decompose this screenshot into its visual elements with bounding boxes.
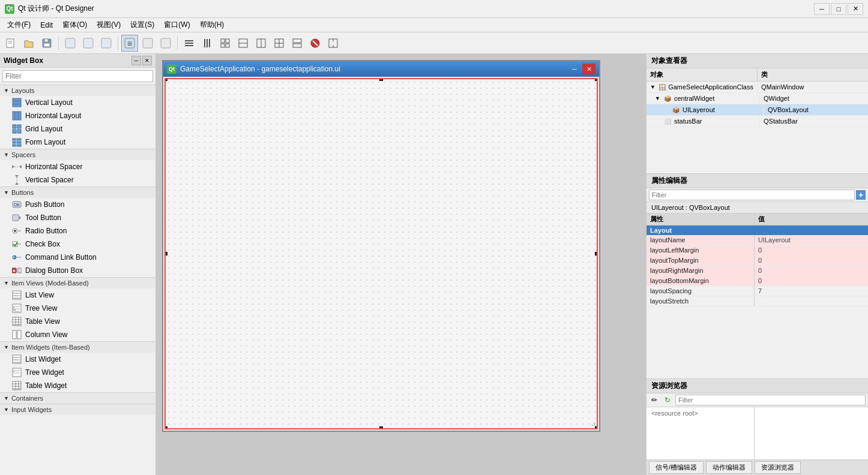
- prop-row-layoutrightmargin[interactable]: layoutRightMargin 0: [646, 266, 868, 276]
- designer-minimize-button[interactable]: ─: [568, 64, 581, 74]
- section-layouts[interactable]: ▼ Layouts: [0, 85, 155, 96]
- layout4-button[interactable]: [235, 35, 252, 52]
- inspector-row-uilayerout[interactable]: 📦 UILayerout QVBoxLayout: [646, 104, 868, 116]
- widget-box-float-button[interactable]: ─: [131, 56, 141, 65]
- layout5-button[interactable]: [253, 35, 270, 52]
- tree-view-label: Tree View: [25, 304, 57, 312]
- prop-row-layoutleftmargin[interactable]: layoutLeftMargin 0: [646, 245, 868, 255]
- menu-settings[interactable]: 设置(S): [125, 19, 159, 32]
- prop-filter-input[interactable]: [649, 190, 855, 200]
- menu-form[interactable]: 窗体(O): [58, 19, 92, 32]
- redo-button[interactable]: [80, 35, 97, 52]
- handle-mid-left[interactable]: [164, 252, 167, 255]
- layout3-button[interactable]: [217, 35, 234, 52]
- menu-window[interactable]: 窗口(W): [159, 19, 194, 32]
- item-table-view[interactable]: Table View: [0, 315, 155, 328]
- main-layout: Widget Box ─ ✕ ▼ Layouts Vertical Layout: [0, 54, 868, 475]
- item-check-box[interactable]: Check Box: [0, 237, 155, 251]
- minimize-button[interactable]: ─: [814, 3, 830, 15]
- section-containers[interactable]: ▼ Containers: [0, 392, 155, 404]
- handle-top-mid[interactable]: [379, 78, 383, 81]
- inspector-row-statusbar[interactable]: ⬜ statusBar QStatusBar: [646, 116, 868, 127]
- item-tree-widget[interactable]: Tree Widget: [0, 366, 155, 379]
- resource-filter-input[interactable]: [675, 395, 866, 405]
- layout1-button[interactable]: [181, 35, 197, 52]
- item-horizontal-spacer[interactable]: Horizontal Spacer: [0, 160, 155, 173]
- close-button[interactable]: ✕: [848, 3, 863, 15]
- undo-button[interactable]: [62, 35, 79, 52]
- item-radio-button[interactable]: Radio Button: [0, 224, 155, 237]
- prop-col-attr: 属性: [646, 214, 755, 225]
- menu-file[interactable]: 文件(F): [2, 19, 35, 32]
- tab-resource-browser[interactable]: 资源浏览器: [755, 461, 801, 474]
- prop-row-layoutstretch[interactable]: layoutStretch: [646, 296, 868, 306]
- item-tree-view[interactable]: Tree View: [0, 302, 155, 315]
- open-button[interactable]: [20, 35, 37, 52]
- horizontal-spacer-icon: [12, 162, 22, 172]
- tab-action-editor[interactable]: 动作编辑器: [706, 461, 752, 474]
- section-buttons[interactable]: ▼ Buttons: [0, 187, 155, 198]
- prop-row-layoutname[interactable]: layoutName UILayerout: [646, 235, 868, 245]
- svg-marker-57: [15, 175, 19, 178]
- item-grid-layout[interactable]: Grid Layout: [0, 122, 155, 136]
- widget-button[interactable]: [98, 35, 115, 52]
- item-list-widget[interactable]: List Widget: [0, 353, 155, 366]
- resource-browser: 资源浏览器 ✏ ↻ <resource root> 信号/槽编辑器 动作编辑器 …: [646, 379, 868, 475]
- handle-bottom-left[interactable]: [164, 426, 167, 429]
- break-layout-button[interactable]: [307, 35, 324, 52]
- save-button[interactable]: [38, 35, 55, 52]
- layout6-button[interactable]: [271, 35, 288, 52]
- widget-box-title-bar: Widget Box ─ ✕: [0, 54, 155, 68]
- widget-box-close-button[interactable]: ✕: [142, 56, 152, 65]
- horizontal-spacer-label: Horizontal Spacer: [25, 163, 82, 171]
- item-dialog-button-box[interactable]: Dialog Button Box: [0, 264, 155, 277]
- designer-close-button[interactable]: ✕: [582, 64, 595, 74]
- prop-value-layoutstretch: [755, 296, 868, 306]
- designer-canvas[interactable]: ⊿: [164, 78, 598, 429]
- resource-refresh-button[interactable]: ↻: [662, 395, 673, 405]
- handle-top-right[interactable]: [595, 78, 598, 81]
- svg-rect-7: [83, 38, 93, 48]
- handle-top-left[interactable]: [164, 78, 167, 81]
- check-box-label: Check Box: [25, 240, 60, 248]
- section-item-widgets[interactable]: ▼ Item Widgets (Item-Based): [0, 341, 155, 353]
- tab-order-button[interactable]: [157, 35, 174, 52]
- inspector-row-gameselect[interactable]: ▼ 🪟 GameSelectApplicationClass QMainWind…: [646, 82, 868, 93]
- menu-view[interactable]: 视图(V): [92, 19, 125, 32]
- item-horizontal-layout[interactable]: Horizontal Layout: [0, 109, 155, 122]
- item-vertical-layout[interactable]: Vertical Layout: [0, 96, 155, 109]
- adjust-size-button[interactable]: [325, 35, 342, 52]
- prop-row-layouttopmargin[interactable]: layoutTopMargin 0: [646, 255, 868, 266]
- item-command-link-button[interactable]: Command Link Button: [0, 251, 155, 264]
- maximize-button[interactable]: □: [831, 3, 846, 15]
- prop-row-layoutspacing[interactable]: layoutSpacing 7: [646, 286, 868, 296]
- prop-value-layoutname: UILayerout: [755, 235, 868, 245]
- handle-mid-right[interactable]: [595, 252, 598, 255]
- item-form-layout[interactable]: Form Layout: [0, 136, 155, 149]
- section-input-widgets[interactable]: ▼ Input Widgets: [0, 404, 155, 415]
- new-button[interactable]: [2, 35, 19, 52]
- handle-bottom-mid[interactable]: [379, 426, 383, 429]
- menu-help[interactable]: 帮助(H): [195, 19, 229, 32]
- prop-name-layoutleftmargin: layoutLeftMargin: [646, 245, 755, 255]
- layout7-button[interactable]: [289, 35, 306, 52]
- menu-edit[interactable]: Edit: [35, 19, 58, 32]
- pointer-button[interactable]: [139, 35, 156, 52]
- layout2-button[interactable]: [199, 35, 215, 52]
- inspector-cell-class-centralwidget: QWidget: [760, 93, 868, 104]
- item-tool-button[interactable]: Tool Button: [0, 211, 155, 224]
- prop-add-button[interactable]: +: [856, 190, 866, 200]
- section-spacers[interactable]: ▼ Spacers: [0, 149, 155, 160]
- item-push-button[interactable]: OK Push Button: [0, 198, 155, 211]
- section-item-views[interactable]: ▼ Item Views (Model-Based): [0, 277, 155, 288]
- item-column-view[interactable]: Column View: [0, 328, 155, 341]
- inspector-row-centralwidget[interactable]: ▼ 📦 centralWidget QWidget: [646, 93, 868, 104]
- item-vertical-spacer[interactable]: Vertical Spacer: [0, 173, 155, 187]
- widget-box-filter[interactable]: [2, 70, 153, 82]
- tab-signal-slot[interactable]: 信号/槽编辑器: [649, 461, 704, 474]
- select-mode-button[interactable]: ⊞: [121, 35, 138, 52]
- item-list-view[interactable]: List View: [0, 288, 155, 302]
- prop-row-layoutbottommargin[interactable]: layoutBottomMargin 0: [646, 276, 868, 286]
- item-table-widget[interactable]: Table Widget: [0, 379, 155, 392]
- resource-edit-button[interactable]: ✏: [649, 395, 660, 405]
